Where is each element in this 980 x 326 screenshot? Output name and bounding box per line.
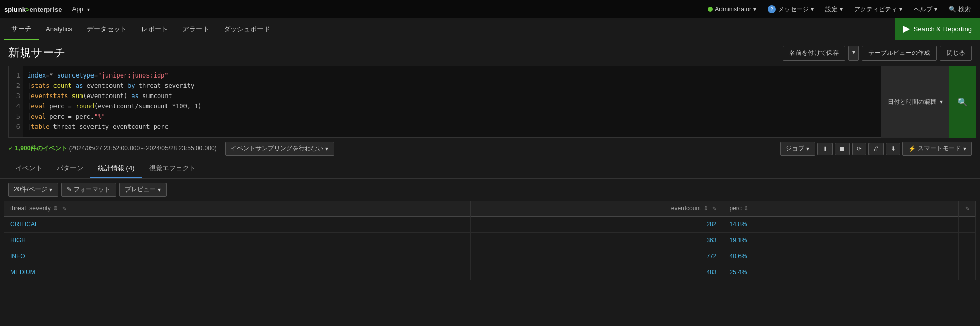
th-last: ✎ bbox=[959, 201, 976, 217]
search-reporting-button[interactable]: Search & Reporting bbox=[895, 18, 980, 40]
tab-patterns[interactable]: パターン bbox=[49, 160, 90, 178]
eventcount-sort-icon[interactable]: ⇕ bbox=[703, 205, 708, 212]
messages-chevron: ▾ bbox=[811, 6, 814, 13]
eventcount-edit-icon[interactable]: ✎ bbox=[712, 206, 716, 212]
print-button[interactable]: 🖨 bbox=[868, 143, 884, 155]
check-icon: ✓ bbox=[8, 145, 13, 152]
table-view-button[interactable]: テーブルビューの作成 bbox=[862, 46, 937, 61]
admin-chevron: ▾ bbox=[753, 6, 756, 13]
messages-menu[interactable]: 2 メッセージ ▾ bbox=[763, 0, 819, 18]
table-body: CRITICAL 282 14.8% HIGH 363 19.1% INFO 7… bbox=[4, 217, 976, 280]
help-chevron: ▾ bbox=[934, 6, 937, 13]
stop-button[interactable]: ⏹ bbox=[835, 143, 850, 155]
activity-label: アクティビティ bbox=[854, 5, 897, 14]
search-menu[interactable]: 🔍 検索 bbox=[944, 0, 976, 18]
job-chevron: ▾ bbox=[806, 145, 809, 152]
cell-last bbox=[959, 233, 976, 248]
help-label: ヘルプ bbox=[914, 5, 932, 14]
app-menu-chevron: ▾ bbox=[87, 7, 90, 12]
nav-analytics[interactable]: Analytics bbox=[39, 18, 80, 40]
table-row: HIGH 363 19.1% bbox=[4, 233, 976, 248]
event-bar: ✓ 1,900件のイベント (2024/05/27 23:52:00.000～2… bbox=[0, 138, 980, 160]
admin-status[interactable]: Administrator ▾ bbox=[702, 0, 762, 18]
save-chevron[interactable]: ▾ bbox=[848, 46, 859, 61]
query-line-6: |table threat_severity eventcount perc bbox=[27, 122, 848, 132]
export-button[interactable]: ⬇ bbox=[886, 143, 900, 155]
query-line-4: |eval perc = round(eventcount/sumcount *… bbox=[27, 101, 848, 111]
th-severity-label: threat_severity bbox=[10, 205, 51, 212]
table-wrap: threat_severity ⇕ ✎ eventcount ⇕ ✎ bbox=[0, 201, 980, 280]
main-area: 新規サーチ 名前を付けて保存 ▾ テーブルビューの作成 閉じる 1 2 3 4 … bbox=[0, 40, 980, 280]
date-range-button[interactable]: 日付と時間の範囲 ▾ bbox=[881, 66, 949, 138]
table-row: CRITICAL 282 14.8% bbox=[4, 217, 976, 233]
smart-mode-label: スマートモード bbox=[918, 144, 961, 153]
messages-label: メッセージ bbox=[778, 5, 809, 14]
refresh-button[interactable]: ⟳ bbox=[852, 143, 866, 155]
smart-mode-button[interactable]: ⚡ スマートモード ▾ bbox=[902, 142, 972, 156]
job-controls: ジョブ ▾ ⏸ ⏹ ⟳ 🖨 ⬇ ⚡ スマートモード ▾ bbox=[780, 142, 972, 156]
cell-perc: 25.4% bbox=[723, 264, 959, 280]
tab-visualization[interactable]: 視覚エフェクト bbox=[142, 160, 203, 178]
cell-last bbox=[959, 248, 976, 264]
status-dot bbox=[708, 7, 713, 12]
nav-reports[interactable]: レポート bbox=[134, 18, 175, 40]
severity-sort-icon[interactable]: ⇕ bbox=[53, 205, 58, 212]
app-menu[interactable]: App bbox=[68, 0, 87, 18]
sampling-chevron: ▾ bbox=[325, 145, 328, 152]
count-label: 1,900件のイベント bbox=[15, 145, 67, 152]
query-line-1: index=* sourcetype="juniper:junos:idp" bbox=[27, 70, 848, 81]
tabs-bar: イベント パターン 統計情報 (4) 視覚エフェクト bbox=[0, 160, 980, 179]
header-buttons: 名前を付けて保存 ▾ テーブルビューの作成 閉じる bbox=[783, 46, 972, 61]
close-button[interactable]: 閉じる bbox=[940, 46, 972, 61]
th-perc[interactable]: perc ⇕ bbox=[723, 201, 959, 217]
date-search-area: 日付と時間の範囲 ▾ 🔍 bbox=[881, 66, 976, 138]
query-line-5: |eval perc = perc."%" bbox=[27, 111, 848, 122]
pause-button[interactable]: ⏸ bbox=[817, 143, 833, 155]
th-severity[interactable]: threat_severity ⇕ ✎ bbox=[4, 201, 470, 217]
date-range-label: 日付と時間の範囲 bbox=[887, 98, 937, 106]
format-button[interactable]: ✎ フォーマット bbox=[61, 183, 116, 197]
search-reporting-label: Search & Reporting bbox=[914, 25, 972, 33]
top-nav-right: Administrator ▾ 2 メッセージ ▾ 設定 ▾ アクティビティ ▾… bbox=[702, 0, 976, 18]
search-header: 新規サーチ 名前を付けて保存 ▾ テーブルビューの作成 閉じる bbox=[0, 40, 980, 66]
preview-button[interactable]: プレビュー ▾ bbox=[119, 183, 167, 197]
last-edit-icon[interactable]: ✎ bbox=[965, 206, 969, 212]
settings-menu[interactable]: 設定 ▾ bbox=[820, 0, 848, 18]
cell-count: 483 bbox=[470, 264, 723, 280]
brand: splunk>enterprise bbox=[4, 6, 62, 13]
save-button[interactable]: 名前を付けて保存 bbox=[783, 46, 845, 61]
format-label: ✎ フォーマット bbox=[67, 185, 110, 194]
nav-dashboards[interactable]: ダッシュボード bbox=[216, 18, 278, 40]
settings-label: 設定 bbox=[825, 5, 838, 14]
activity-menu[interactable]: アクティビティ ▾ bbox=[849, 0, 908, 18]
activity-chevron: ▾ bbox=[899, 6, 902, 13]
nav-search[interactable]: サーチ bbox=[4, 18, 39, 40]
th-eventcount[interactable]: eventcount ⇕ ✎ bbox=[470, 201, 723, 217]
nav-alerts[interactable]: アラート bbox=[175, 18, 216, 40]
query-line-2: |stats count as eventcount by threat_sev… bbox=[27, 81, 848, 91]
query-text[interactable]: index=* sourcetype="juniper:junos:idp" |… bbox=[23, 66, 971, 137]
nav-datasets[interactable]: データセット bbox=[80, 18, 134, 40]
message-badge: 2 bbox=[768, 5, 776, 13]
perc-sort-icon[interactable]: ⇕ bbox=[744, 205, 749, 212]
event-count: ✓ 1,900件のイベント (2024/05/27 23:52:00.000～2… bbox=[8, 144, 217, 153]
severity-edit-icon[interactable]: ✎ bbox=[62, 206, 66, 212]
search-run-button[interactable]: 🔍 bbox=[949, 66, 976, 138]
date-range-text: (2024/05/27 23:52:00.000～2024/05/28 23:5… bbox=[69, 145, 217, 152]
cell-severity: INFO bbox=[4, 248, 470, 264]
help-menu[interactable]: ヘルプ ▾ bbox=[909, 0, 942, 18]
search-run-icon: 🔍 bbox=[957, 97, 968, 107]
preview-label: プレビュー bbox=[125, 185, 156, 194]
query-editor[interactable]: 1 2 3 4 5 6 index=* sourcetype="juniper:… bbox=[8, 66, 972, 138]
table-row: MEDIUM 483 25.4% bbox=[4, 264, 976, 280]
per-page-button[interactable]: 20件/ページ ▾ bbox=[8, 183, 58, 197]
tab-statistics[interactable]: 統計情報 (4) bbox=[90, 160, 142, 178]
data-table: threat_severity ⇕ ✎ eventcount ⇕ ✎ bbox=[4, 201, 976, 280]
secondary-nav: サーチ Analytics データセット レポート アラート ダッシュボード S… bbox=[0, 18, 980, 40]
page-title: 新規サーチ bbox=[8, 45, 783, 61]
top-nav: splunk>enterprise App ▾ Administrator ▾ … bbox=[0, 0, 980, 18]
sampling-button[interactable]: イベントサンプリングを行わない ▾ bbox=[225, 142, 334, 156]
tab-events[interactable]: イベント bbox=[8, 160, 49, 178]
cell-severity: HIGH bbox=[4, 233, 470, 248]
job-button[interactable]: ジョブ ▾ bbox=[780, 142, 815, 156]
